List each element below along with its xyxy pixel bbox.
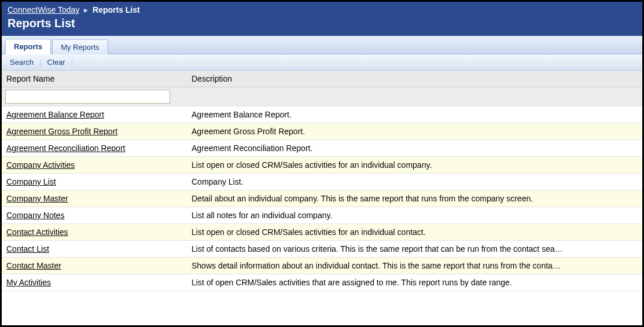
table-row: Company MasterDetail about an individual… [2,190,642,207]
column-header-name[interactable]: Report Name [2,71,187,87]
report-description-cell: List of open CRM/Sales activities that a… [187,274,642,291]
report-description-cell: Agreement Reconciliation Report. [187,140,642,157]
clear-button[interactable]: Clear [44,58,69,67]
reports-table: Report Name Description Agreement Balanc… [2,71,642,291]
report-description-cell: List of contacts based on various criter… [187,241,642,258]
tabs-bar: Reports My Reports [2,36,642,54]
tab-reports[interactable]: Reports [5,39,51,54]
report-link[interactable]: Agreement Gross Profit Report [6,127,117,136]
report-name-cell: Contact List [2,241,187,258]
report-name-cell: Agreement Gross Profit Report [2,123,187,140]
report-description-cell: Shows detail information about an indivi… [187,258,642,274]
report-name-cell: My Activities [2,274,187,291]
toolbar: Search | Clear | [2,54,642,71]
report-link[interactable]: Contact List [6,244,49,253]
report-description-cell: Company List. [187,174,642,190]
report-link[interactable]: Agreement Reconciliation Report [6,144,125,153]
table-row: My ActivitiesList of open CRM/Sales acti… [2,274,642,291]
filter-description-cell [187,87,642,106]
toolbar-separator: | [39,58,41,67]
table-row: Contact MasterShows detail information a… [2,258,642,274]
report-name-cell: Contact Activities [2,224,187,241]
report-link[interactable]: Company Activities [6,160,75,170]
report-description-cell: List open or closed CRM/Sales activities… [187,224,642,241]
table-header-row: Report Name Description [2,71,642,87]
report-link[interactable]: My Activities [6,278,51,287]
report-description-cell: Agreement Balance Report. [187,106,642,123]
report-name-cell: Company Notes [2,207,187,224]
report-link[interactable]: Agreement Balance Report [6,110,104,119]
table-row: Contact ActivitiesList open or closed CR… [2,224,642,241]
report-name-cell: Agreement Balance Report [2,106,187,123]
report-description-cell: Detail about an individual company. This… [187,190,642,207]
report-name-cell: Company Activities [2,157,187,174]
report-description-cell: List open or closed CRM/Sales activities… [187,157,642,174]
report-name-cell: Agreement Reconciliation Report [2,140,187,157]
column-header-description[interactable]: Description [187,71,642,87]
report-link[interactable]: Company Notes [6,211,64,220]
tab-my-reports[interactable]: My Reports [52,39,108,54]
report-name-cell: Company List [2,174,187,190]
report-name-cell: Company Master [2,190,187,207]
table-row: Company NotesList all notes for an indiv… [2,207,642,224]
filter-report-name-input[interactable] [5,90,170,104]
search-button[interactable]: Search [6,58,37,67]
report-description-cell: List all notes for an individual company… [187,207,642,224]
toolbar-separator: | [71,58,73,67]
report-name-cell: Contact Master [2,258,187,274]
table-row: Agreement Balance ReportAgreement Balanc… [2,106,642,123]
filter-row [2,87,642,106]
table-row: Agreement Gross Profit ReportAgreement G… [2,123,642,140]
page-title: Reports List [8,17,636,30]
breadcrumb: ConnectWise Today ▸ Reports List [8,5,636,14]
page-header: ConnectWise Today ▸ Reports List Reports… [2,2,642,36]
table-row: Company ListCompany List. [2,174,642,190]
report-link[interactable]: Company List [6,177,56,186]
report-link[interactable]: Contact Activities [6,227,68,237]
table-row: Agreement Reconciliation ReportAgreement… [2,140,642,157]
breadcrumb-root-link[interactable]: ConnectWise Today [8,5,79,14]
report-link[interactable]: Company Master [6,194,68,203]
breadcrumb-separator-icon: ▸ [84,5,88,14]
breadcrumb-current: Reports List [93,5,140,14]
table-row: Contact ListList of contacts based on va… [2,241,642,258]
table-row: Company ActivitiesList open or closed CR… [2,157,642,174]
report-description-cell: Agreement Gross Profit Report. [187,123,642,140]
report-link[interactable]: Contact Master [6,261,61,270]
